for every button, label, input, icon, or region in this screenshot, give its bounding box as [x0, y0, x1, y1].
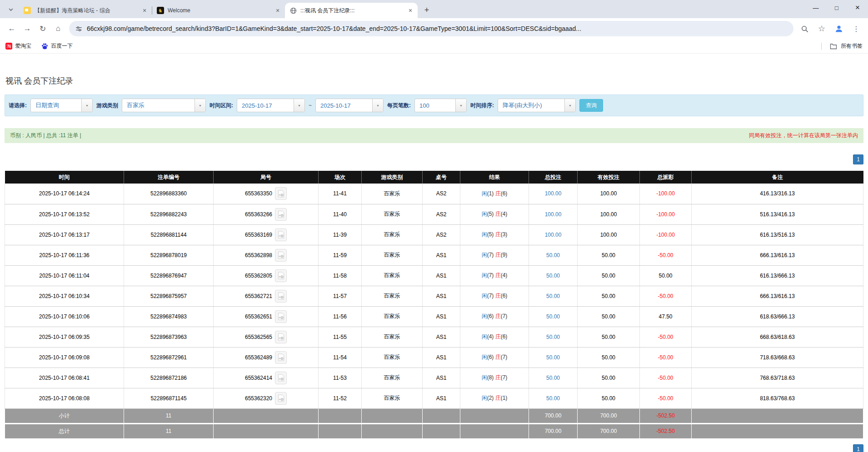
- cell-total-bet[interactable]: 50.00: [529, 368, 578, 388]
- result-banker: 庄: [495, 395, 501, 401]
- cell-round-id: 655362898: [214, 245, 319, 265]
- video-replay-icon[interactable]: [275, 392, 287, 405]
- address-bar[interactable]: 66cxkj98.com/game/betrecord_search/kind3…: [69, 21, 793, 36]
- video-replay-icon[interactable]: [275, 249, 287, 262]
- minimize-button[interactable]: —: [805, 0, 826, 15]
- zoom-icon[interactable]: [797, 21, 812, 36]
- tab-welcome[interactable]: ♞ Welcome ×: [152, 3, 285, 18]
- cell-total-bet[interactable]: 50.00: [529, 388, 578, 408]
- close-button[interactable]: ×: [847, 0, 868, 15]
- video-replay-icon[interactable]: [275, 310, 287, 323]
- cell-valid-bet: 50.00: [578, 388, 640, 408]
- game-type-label: 游戏类别: [96, 102, 118, 109]
- result-player: 闲: [482, 313, 487, 319]
- round-id: 655363350: [245, 190, 272, 197]
- video-replay-icon[interactable]: [275, 331, 287, 343]
- cell-total-bet[interactable]: 50.00: [529, 306, 578, 327]
- cell-payout: -100.00: [640, 204, 692, 224]
- result-player-count: (6): [487, 354, 494, 360]
- sort-dropdown[interactable]: 降幂(由大到小) ▼: [498, 99, 576, 112]
- site-info-icon[interactable]: [75, 25, 82, 32]
- cell-total-bet[interactable]: 50.00: [529, 265, 578, 286]
- bookmark-star-icon[interactable]: ☆: [814, 21, 829, 36]
- game-type-dropdown[interactable]: 百家乐 ▼: [122, 99, 206, 112]
- cell-game-type: 百家乐: [362, 184, 423, 204]
- tab-close-icon[interactable]: ×: [407, 7, 414, 14]
- cell-game-type: 百家乐: [362, 306, 423, 327]
- result-player: 闲: [482, 354, 487, 360]
- tab-search-button[interactable]: [5, 3, 17, 16]
- cell-time: 2025-10-17 06:14:24: [5, 184, 124, 204]
- all-bookmarks[interactable]: 所有书签: [821, 42, 863, 50]
- reload-button[interactable]: ↻: [35, 21, 50, 36]
- video-replay-icon[interactable]: [275, 269, 287, 282]
- cell-note: 718.63/668.63: [692, 347, 863, 368]
- cell-bet-id: 522896875957: [124, 286, 214, 306]
- profile-avatar[interactable]: [832, 21, 846, 36]
- video-replay-icon[interactable]: [275, 228, 287, 241]
- chevron-down-icon[interactable]: ▼: [294, 99, 304, 112]
- chevron-down-icon[interactable]: ▼: [455, 99, 466, 112]
- cell-total-bet[interactable]: 50.00: [529, 286, 578, 306]
- query-mode-dropdown[interactable]: 日期查询 ▼: [30, 99, 93, 112]
- date-end-dropdown[interactable]: 2025-10-17 ▼: [315, 99, 384, 112]
- back-button[interactable]: ←: [5, 21, 19, 36]
- bookmark-taobao[interactable]: 淘 爱淘宝: [5, 42, 31, 50]
- cell-bet-id: 522896871145: [124, 388, 214, 408]
- forward-button[interactable]: →: [20, 21, 35, 36]
- tab-forum[interactable]: 【新提醒】海燕策略论坛 - 综合 ×: [19, 3, 152, 18]
- result-banker: 庄: [495, 354, 501, 360]
- video-replay-icon[interactable]: [275, 351, 287, 364]
- result-player-count: (8): [487, 374, 494, 381]
- home-button[interactable]: ⌂: [51, 21, 65, 36]
- tab-close-icon[interactable]: ×: [274, 7, 281, 14]
- chevron-down-icon[interactable]: ▼: [372, 99, 383, 112]
- cell-payout: -50.00: [640, 286, 692, 306]
- cell-total-bet[interactable]: 100.00: [529, 184, 578, 204]
- cell-total-bet[interactable]: 50.00: [529, 245, 578, 265]
- cell-payout: -100.00: [640, 224, 692, 245]
- cell-result: 闲(6) 庄(7): [460, 306, 529, 327]
- subtotal-count: 11: [124, 408, 214, 423]
- cell-time: 2025-10-17 06:13:17: [5, 224, 124, 245]
- result-banker-count: (3): [501, 231, 508, 238]
- cell-bet-id: 522896878019: [124, 245, 214, 265]
- cell-valid-bet: 50.00: [578, 265, 640, 286]
- cell-payout: -50.00: [640, 327, 692, 347]
- date-start-dropdown[interactable]: 2025-10-17 ▼: [237, 99, 305, 112]
- cell-total-bet[interactable]: 50.00: [529, 347, 578, 368]
- cell-bet-id: 522896882243: [124, 204, 214, 224]
- maximize-button[interactable]: □: [826, 0, 847, 15]
- tab-close-icon[interactable]: ×: [141, 7, 148, 14]
- url-text[interactable]: 66cxkj98.com/game/betrecord_search/kind3…: [87, 25, 581, 32]
- cell-time: 2025-10-17 06:09:35: [5, 327, 124, 347]
- new-tab-button[interactable]: +: [420, 4, 433, 16]
- chevron-down-icon[interactable]: ▼: [81, 99, 92, 112]
- cell-bet-id: 522896872961: [124, 347, 214, 368]
- chevron-down-icon[interactable]: ▼: [564, 99, 575, 112]
- chevron-down-icon[interactable]: ▼: [195, 99, 205, 112]
- cell-payout: -50.00: [640, 245, 692, 265]
- bookmark-baidu[interactable]: 百度一下: [41, 42, 73, 50]
- page-size-dropdown[interactable]: 100 ▼: [414, 99, 467, 112]
- cell-total-bet[interactable]: 100.00: [529, 204, 578, 224]
- page-1-button[interactable]: 1: [853, 154, 863, 164]
- menu-kebab-icon[interactable]: ⋮: [849, 21, 863, 36]
- cell-payout: -50.00: [640, 368, 692, 388]
- cell-total-bet[interactable]: 100.00: [529, 224, 578, 245]
- video-replay-icon[interactable]: [275, 187, 287, 200]
- cell-round-id: 655362489: [214, 347, 319, 368]
- video-replay-icon[interactable]: [275, 208, 287, 221]
- cell-round-id: 655362805: [214, 265, 319, 286]
- page-1-button[interactable]: 1: [853, 444, 863, 452]
- cell-bet-id: 522896881144: [124, 224, 214, 245]
- welcome-favicon-icon: ♞: [157, 7, 164, 14]
- cell-valid-bet: 50.00: [578, 327, 640, 347]
- column-header: 总投注: [529, 171, 578, 184]
- round-id: 655362414: [245, 375, 272, 381]
- video-replay-icon[interactable]: [275, 372, 287, 384]
- cell-total-bet[interactable]: 50.00: [529, 327, 578, 347]
- search-button[interactable]: 查询: [579, 99, 603, 112]
- tab-bet-records-active[interactable]: :::视讯 会员下注纪录::: ×: [285, 3, 418, 18]
- video-replay-icon[interactable]: [275, 290, 287, 303]
